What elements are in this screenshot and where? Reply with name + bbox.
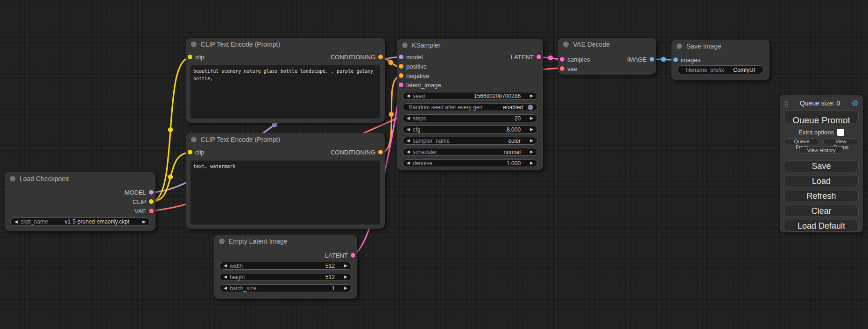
widget-steps[interactable]: steps 20 [402,114,537,122]
input-slot-clip[interactable] [188,55,192,59]
arrow-left-icon[interactable] [407,161,410,165]
widget-seed[interactable]: seed 156680208700286 [402,92,537,100]
widget-ckpt-name[interactable]: ckpt_name v1-5-pruned-emaonly.ckpt [10,217,150,226]
arrow-right-icon[interactable] [530,116,533,120]
widget-width[interactable]: width 512 [219,262,352,270]
widget-scheduler[interactable]: scheduler normal [402,148,537,156]
view-queue-button[interactable]: View Queue [823,138,859,145]
widget-cfg[interactable]: cfg 8.000 [402,126,537,133]
widget-name: sampler_name [413,138,450,144]
extra-options-checkbox[interactable] [837,129,844,136]
node-collapse-dot[interactable] [191,137,197,142]
widget-name: steps [413,115,426,122]
node-ksampler[interactable]: KSampler model LATENT positive negative … [397,39,543,170]
node-collapse-dot[interactable] [563,42,569,47]
output-slot-latent[interactable] [536,55,541,59]
widget-value: 20 [515,115,521,122]
save-button[interactable]: Save [784,160,859,172]
output-slot-image[interactable] [649,57,654,62]
view-history-button[interactable]: View History [799,147,844,154]
output-slot-vae[interactable] [149,209,154,213]
input-slot-clip[interactable] [188,150,192,154]
arrow-right-icon[interactable] [344,286,347,290]
widget-batch-size[interactable]: batch_size 1 [219,284,352,292]
arrow-right-icon[interactable] [530,127,533,132]
arrow-right-icon[interactable] [530,161,533,165]
input-slot-positive[interactable] [399,64,403,69]
output-slot-latent[interactable] [351,253,355,258]
node-vae-decode[interactable]: VAE Decode samples IMAGE vae [558,38,656,75]
drag-handle-icon[interactable] [784,100,789,106]
queue-prompt-button[interactable]: Queue Prompt [784,111,859,123]
node-title: KSampler [412,42,440,49]
clear-button[interactable]: Clear [784,205,859,217]
input-slot-images[interactable] [673,57,678,62]
node-collapse-dot[interactable] [677,43,682,49]
prompt-textarea[interactable]: text, watermark [191,161,380,224]
arrow-left-icon[interactable] [14,220,18,224]
output-slot-conditioning[interactable] [378,55,383,59]
refresh-button[interactable]: Refresh [784,190,859,202]
load-default-button[interactable]: Load Default [784,220,859,232]
arrow-left-icon[interactable] [407,127,410,132]
input-slot-samples[interactable] [560,57,565,62]
arrow-right-icon[interactable] [530,139,533,143]
widget-denoise[interactable]: denoise 1.000 [402,159,537,167]
output-slot-clip[interactable] [149,199,154,204]
widget-value: 1 [332,285,335,292]
node-clip-text-encode-negative[interactable]: CLIP Text Encode (Prompt) clip CONDITION… [186,133,385,229]
arrow-left-icon[interactable] [407,116,410,120]
node-graph-canvas[interactable]: Load Checkpoint MODEL CLIP VAE ckpt_name… [0,0,868,329]
widget-value: 512 [325,274,335,280]
arrow-left-icon[interactable] [224,275,227,279]
widget-name: seed [413,93,425,99]
arrow-left-icon[interactable] [224,286,227,290]
arrow-left-icon[interactable] [407,150,410,154]
output-label-clip: CLIP [133,198,146,205]
widget-name: scheduler [413,149,437,155]
prompt-textarea[interactable]: beautiful scenery nature glass bottle la… [191,65,380,119]
widget-value: 156680208700286 [474,93,521,99]
settings-gear-icon[interactable] [852,99,859,107]
node-collapse-dot[interactable] [402,42,408,48]
widget-random-seed-toggle[interactable]: Random seed after every gen enabled [402,103,537,111]
arrow-right-icon[interactable] [344,264,347,268]
node-title: Empty Latent Image [229,238,287,245]
widget-height[interactable]: height 512 [219,273,352,281]
arrow-right-icon[interactable] [142,220,146,224]
widget-value: ComfyUI [733,67,755,73]
node-collapse-dot[interactable] [10,176,15,182]
load-button[interactable]: Load [784,175,859,187]
node-save-image[interactable]: Save Image images filename_prefix ComfyU… [671,40,769,80]
widget-value: euler [508,138,521,144]
node-collapse-dot[interactable] [219,238,225,244]
input-slot-model[interactable] [399,55,403,59]
widget-name: batch_size [230,285,256,292]
input-slot-negative[interactable] [399,73,403,78]
arrow-left-icon[interactable] [224,264,227,268]
arrow-right-icon[interactable] [530,150,533,154]
output-label-conditioning: CONDITIONING [331,149,375,156]
arrow-left-icon[interactable] [407,94,410,98]
widget-sampler-name[interactable]: sampler_name euler [402,137,537,145]
output-slot-conditioning[interactable] [378,150,383,154]
arrow-left-icon[interactable] [407,139,410,143]
node-collapse-dot[interactable] [191,42,197,47]
node-clip-text-encode-positive[interactable]: CLIP Text Encode (Prompt) clip CONDITION… [186,38,385,123]
widget-name: cfg [413,126,420,133]
output-slot-model[interactable] [149,190,154,195]
input-slot-latent-image[interactable] [399,83,403,87]
input-label-clip: clip [195,54,205,61]
node-empty-latent-image[interactable]: Empty Latent Image LATENT width 512 heig… [214,235,357,299]
queue-panel[interactable]: Queue size: 0 Queue Prompt Extra options… [780,95,863,232]
input-label-negative: negative [406,72,429,79]
widget-filename-prefix[interactable]: filename_prefix ComfyUI [677,65,764,74]
toggle-knob[interactable] [528,105,533,110]
arrow-right-icon[interactable] [344,275,347,279]
queue-front-button[interactable]: Queue Front [784,138,819,145]
widget-name: width [230,263,243,269]
input-slot-vae[interactable] [560,66,565,71]
node-title: CLIP Text Encode (Prompt) [201,41,280,48]
arrow-right-icon[interactable] [530,94,533,98]
node-load-checkpoint[interactable]: Load Checkpoint MODEL CLIP VAE ckpt_name… [5,172,155,231]
